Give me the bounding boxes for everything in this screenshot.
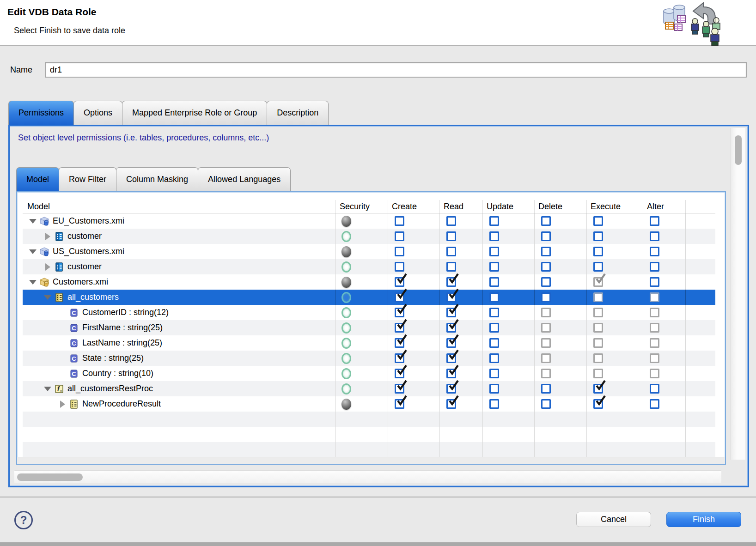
delete-checkbox[interactable]	[541, 338, 551, 348]
delete-checkbox[interactable]	[541, 323, 551, 333]
model-grid-row[interactable]: CFirstName : string(25)	[23, 320, 715, 335]
cancel-button[interactable]: Cancel	[576, 512, 651, 527]
delete-checkbox[interactable]	[541, 384, 551, 394]
model-grid-row[interactable]: customer	[23, 259, 715, 274]
alter-checkbox[interactable]	[650, 231, 659, 241]
create-checkbox[interactable]	[395, 277, 404, 287]
security-open-indicator[interactable]	[341, 338, 351, 349]
alter-checkbox[interactable]	[650, 323, 659, 333]
model-grid-row[interactable]: Customers.xmi	[23, 274, 715, 290]
subtab-row-filter[interactable]: Row Filter	[59, 167, 116, 191]
execute-checkbox[interactable]	[593, 292, 603, 302]
model-grid-row[interactable]: CLastName : string(25)	[23, 335, 715, 351]
create-checkbox[interactable]	[395, 231, 404, 241]
execute-checkbox[interactable]	[593, 399, 603, 409]
update-checkbox[interactable]	[489, 247, 499, 256]
create-checkbox[interactable]	[395, 384, 404, 394]
execute-checkbox[interactable]	[593, 338, 603, 348]
execute-checkbox[interactable]	[593, 369, 603, 378]
security-locked-indicator[interactable]	[341, 216, 351, 227]
create-checkbox[interactable]	[395, 399, 404, 409]
expand-toggle-icon[interactable]	[57, 399, 68, 410]
security-open-indicator[interactable]	[341, 368, 351, 379]
update-checkbox[interactable]	[489, 369, 499, 378]
alter-checkbox[interactable]	[650, 369, 659, 378]
alter-checkbox[interactable]	[650, 384, 659, 394]
model-grid-row[interactable]: CCountry : string(10)	[23, 366, 715, 381]
subtab-model[interactable]: Model	[16, 167, 59, 191]
execute-checkbox[interactable]	[593, 308, 603, 317]
help-button[interactable]: ?	[14, 511, 33, 529]
name-input[interactable]	[45, 62, 747, 78]
delete-checkbox[interactable]	[541, 369, 551, 378]
execute-checkbox[interactable]	[593, 231, 603, 241]
execute-checkbox[interactable]	[593, 277, 603, 287]
update-checkbox[interactable]	[489, 399, 499, 409]
read-checkbox[interactable]	[446, 277, 456, 287]
tab-mapped-enterprise-role-or-group[interactable]: Mapped Enterprise Role or Group	[122, 101, 267, 125]
read-checkbox[interactable]	[446, 231, 456, 241]
update-checkbox[interactable]	[489, 292, 499, 302]
collapse-toggle-icon[interactable]	[42, 292, 53, 303]
create-checkbox[interactable]	[395, 353, 404, 363]
tab-options[interactable]: Options	[73, 101, 122, 125]
alter-checkbox[interactable]	[650, 308, 659, 317]
read-checkbox[interactable]	[446, 353, 456, 363]
model-grid-row[interactable]: CCustomerID : string(12)	[23, 305, 715, 320]
create-checkbox[interactable]	[395, 247, 404, 256]
model-grid-row[interactable]: EU_Customers.xmi	[23, 213, 715, 229]
security-locked-indicator[interactable]	[341, 277, 351, 288]
read-checkbox[interactable]	[446, 369, 456, 378]
delete-checkbox[interactable]	[541, 292, 551, 302]
read-checkbox[interactable]	[446, 216, 456, 226]
create-checkbox[interactable]	[395, 292, 404, 302]
update-checkbox[interactable]	[489, 216, 499, 226]
subtab-allowed-languages[interactable]: Allowed Languages	[198, 167, 291, 191]
model-grid-row[interactable]: US_Customers.xmi	[23, 244, 715, 259]
update-checkbox[interactable]	[489, 353, 499, 363]
execute-checkbox[interactable]	[593, 262, 603, 272]
execute-checkbox[interactable]	[593, 247, 603, 256]
create-checkbox[interactable]	[395, 262, 404, 272]
subtab-column-masking[interactable]: Column Masking	[116, 167, 198, 191]
security-open-indicator[interactable]	[341, 231, 351, 242]
security-open-indicator[interactable]	[341, 322, 351, 334]
horizontal-scrollbar-thumb[interactable]	[17, 473, 83, 481]
delete-checkbox[interactable]	[541, 231, 551, 241]
panel-horizontal-scrollbar[interactable]	[14, 470, 721, 483]
alter-checkbox[interactable]	[650, 338, 659, 348]
execute-checkbox[interactable]	[593, 384, 603, 394]
delete-checkbox[interactable]	[541, 399, 551, 409]
delete-checkbox[interactable]	[541, 262, 551, 272]
delete-checkbox[interactable]	[541, 308, 551, 317]
read-checkbox[interactable]	[446, 262, 456, 272]
update-checkbox[interactable]	[489, 338, 499, 348]
execute-checkbox[interactable]	[593, 323, 603, 333]
security-open-indicator[interactable]	[341, 383, 351, 394]
security-open-indicator[interactable]	[341, 261, 351, 273]
security-open-indicator[interactable]	[341, 307, 351, 318]
alter-checkbox[interactable]	[650, 277, 659, 287]
collapse-toggle-icon[interactable]	[27, 246, 38, 257]
model-grid-row[interactable]: CState : string(25)	[23, 351, 715, 366]
delete-checkbox[interactable]	[541, 277, 551, 287]
model-grid-row[interactable]: NewProcedureResult	[23, 396, 715, 412]
delete-checkbox[interactable]	[541, 216, 551, 226]
alter-checkbox[interactable]	[650, 353, 659, 363]
model-grid-row[interactable]: all_customers	[23, 290, 715, 305]
expand-toggle-icon[interactable]	[42, 231, 53, 242]
update-checkbox[interactable]	[489, 384, 499, 394]
collapse-toggle-icon[interactable]	[27, 277, 38, 288]
model-grid-row[interactable]: customer	[23, 229, 715, 244]
alter-checkbox[interactable]	[650, 247, 659, 256]
update-checkbox[interactable]	[489, 323, 499, 333]
update-checkbox[interactable]	[489, 277, 499, 287]
update-checkbox[interactable]	[489, 231, 499, 241]
alter-checkbox[interactable]	[650, 262, 659, 272]
read-checkbox[interactable]	[446, 399, 456, 409]
security-open-indicator[interactable]	[341, 353, 351, 364]
expand-toggle-icon[interactable]	[42, 261, 53, 273]
alter-checkbox[interactable]	[650, 216, 659, 226]
finish-button[interactable]: Finish	[666, 512, 741, 527]
update-checkbox[interactable]	[489, 308, 499, 317]
